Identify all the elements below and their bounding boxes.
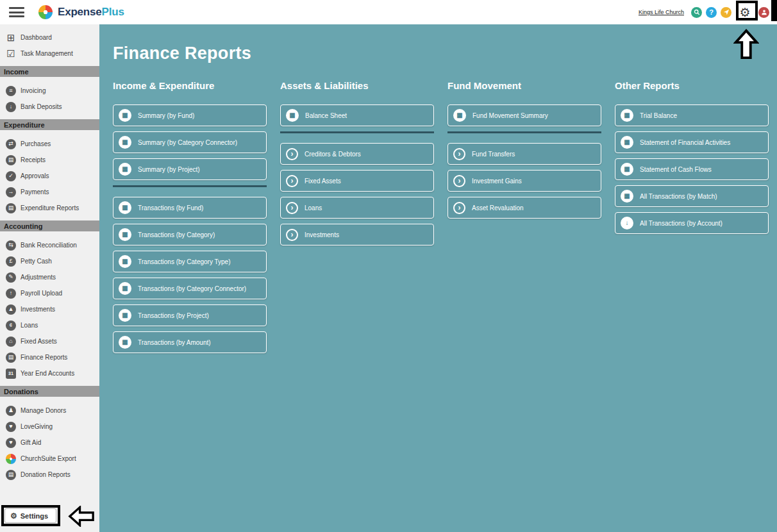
- report-icon: ▦: [453, 109, 466, 122]
- report-button-trial-balance[interactable]: ▦Trial Balance: [615, 104, 769, 126]
- report-button-label: All Transactions (by Account): [640, 220, 723, 227]
- sidebar-item-invoicing[interactable]: ≡Invoicing: [0, 83, 99, 99]
- payroll-upload-icon: ↑: [6, 288, 16, 299]
- sidebar-item-donation-reports[interactable]: ▤Donation Reports: [0, 467, 99, 483]
- report-button-fixed-assets[interactable]: ›Fixed Assets: [280, 170, 434, 192]
- sidebar-item-investments[interactable]: ▲Investments: [0, 301, 99, 317]
- report-button-loans[interactable]: ›Loans: [280, 197, 434, 219]
- sidebar-section-donations: Donations: [0, 386, 99, 397]
- report-button-transactions-by-category-type[interactable]: ▦Transactions (by Category Type): [113, 251, 267, 272]
- report-button-label: Fixed Assets: [305, 178, 341, 185]
- report-button-label: Creditors & Debtors: [305, 151, 361, 158]
- sidebar-item-task-management[interactable]: ☑Task Management: [0, 46, 99, 62]
- sidebar-section-income: Income: [0, 66, 99, 77]
- sidebar-item-receipts[interactable]: ▤Receipts: [0, 152, 99, 168]
- report-button-asset-revaluation[interactable]: ›Asset Revaluation: [447, 197, 601, 219]
- sidebar-item-fixed-assets[interactable]: ⌂Fixed Assets: [0, 333, 99, 349]
- menu-icon[interactable]: [9, 7, 24, 17]
- sidebar-item-label: Task Management: [21, 50, 73, 57]
- report-button-all-transactions-by-match[interactable]: ▦All Transactions (by Match): [615, 185, 769, 207]
- chevron-right-icon: ›: [453, 202, 465, 214]
- sidebar-item-lovegiving[interactable]: ♥LoveGiving: [0, 419, 99, 435]
- sidebar-item-label: Invoicing: [21, 87, 46, 94]
- download-icon: ↓: [621, 217, 633, 229]
- sidebar-item-payroll-upload[interactable]: ↑Payroll Upload: [0, 285, 99, 301]
- report-button-all-transactions-by-account[interactable]: ↓All Transactions (by Account): [615, 212, 769, 234]
- report-button-transactions-by-category-connector[interactable]: ▦Transactions (by Category Connector): [113, 278, 267, 299]
- sidebar-item-year-end-accounts[interactable]: 31Year End Accounts: [0, 365, 99, 381]
- gift-aid-icon: ♥: [6, 438, 16, 448]
- search-icon[interactable]: [691, 7, 702, 18]
- sidebar-item-loans[interactable]: ¢Loans: [0, 317, 99, 333]
- report-button-investment-gains[interactable]: ›Investment Gains: [447, 170, 601, 192]
- sidebar-item-bank-reconciliation[interactable]: ⇆Bank Reconciliation: [0, 237, 99, 253]
- help-icon[interactable]: ?: [706, 7, 717, 18]
- report-button-transactions-by-fund[interactable]: ▦Transactions (by Fund): [113, 197, 267, 219]
- report-button-label: Investments: [305, 231, 339, 238]
- report-button-label: All Transactions (by Match): [640, 193, 717, 200]
- sidebar-section-accounting: Accounting: [0, 220, 99, 231]
- report-column-other-reports: Other Reports▦Trial Balance▦Statement of…: [615, 80, 769, 239]
- sidebar: ⊞Dashboard☑Task ManagementIncome≡Invoici…: [0, 24, 99, 532]
- sidebar-item-label: Fixed Assets: [21, 338, 57, 345]
- sidebar-item-churchsuite-export[interactable]: ChurchSuite Export: [0, 451, 99, 467]
- expenseplus-logo[interactable]: ExpensePlus: [38, 5, 124, 19]
- report-button-balance-sheet[interactable]: ▦Balance Sheet: [280, 104, 434, 126]
- sidebar-item-adjustments[interactable]: ✎Adjustments: [0, 269, 99, 285]
- sidebar-item-approvals[interactable]: ✓Approvals: [0, 168, 99, 184]
- report-button-transactions-by-category[interactable]: ▦Transactions (by Category): [113, 224, 267, 245]
- sidebar-item-dashboard[interactable]: ⊞Dashboard: [0, 29, 99, 46]
- sidebar-item-expenditure-reports[interactable]: ▤Expenditure Reports: [0, 200, 99, 216]
- report-button-fund-movement-summary[interactable]: ▦Fund Movement Summary: [447, 104, 601, 126]
- report-button-transactions-by-amount[interactable]: ▦Transactions (by Amount): [113, 331, 267, 353]
- sidebar-item-purchases[interactable]: ⇄Purchases: [0, 136, 99, 152]
- column-header: Income & Expenditure: [113, 80, 267, 91]
- report-button-summary-by-category-connector[interactable]: ▦Summary (by Category Connector): [113, 131, 267, 153]
- report-icon: ▦: [119, 136, 131, 149]
- sidebar-item-label: Year End Accounts: [21, 370, 74, 377]
- sidebar-item-payments[interactable]: →Payments: [0, 184, 99, 200]
- invoicing-icon: ≡: [6, 86, 16, 96]
- report-button-statement-of-cash-flows[interactable]: ▦Statement of Cash Flows: [615, 158, 769, 180]
- expenditure-reports-icon: ▤: [6, 203, 16, 213]
- sidebar-item-finance-reports[interactable]: ▤Finance Reports: [0, 349, 99, 365]
- sidebar-item-label: Bank Deposits: [21, 103, 62, 110]
- chevron-right-icon: ›: [286, 202, 298, 214]
- group-divider: [113, 185, 267, 187]
- report-button-statement-of-financial-activities[interactable]: ▦Statement of Financial Activities: [615, 131, 769, 153]
- report-button-summary-by-fund[interactable]: ▦Summary (by Fund): [113, 104, 267, 126]
- sidebar-item-label: Receipts: [21, 156, 46, 163]
- sidebar-item-petty-cash[interactable]: £Petty Cash: [0, 253, 99, 269]
- report-button-summary-by-project[interactable]: ▦Summary (by Project): [113, 158, 267, 180]
- report-button-label: Summary (by Project): [138, 166, 200, 173]
- report-icon: ▦: [119, 163, 131, 176]
- sidebar-item-label: Approvals: [21, 172, 49, 179]
- receipts-icon: ▤: [6, 155, 16, 165]
- report-icon: ▦: [119, 109, 131, 122]
- page-title: Finance Reports: [113, 44, 777, 63]
- sidebar-item-bank-deposits[interactable]: ↓Bank Deposits: [0, 99, 99, 115]
- sidebar-item-label: Dashboard: [21, 34, 52, 41]
- annotation-edge-bar: [771, 0, 777, 21]
- adjustments-icon: ✎: [6, 272, 16, 283]
- report-button-transactions-by-project[interactable]: ▦Transactions (by Project): [113, 304, 267, 326]
- report-button-investments[interactable]: ›Investments: [280, 224, 434, 245]
- manage-donors-icon: ♟: [6, 406, 16, 416]
- loans-icon: ¢: [6, 320, 16, 331]
- sidebar-item-manage-donors[interactable]: ♟Manage Donors: [0, 403, 99, 419]
- user-icon[interactable]: [758, 7, 769, 18]
- report-button-creditors-debtors[interactable]: ›Creditors & Debtors: [280, 143, 434, 165]
- sidebar-item-label: Donation Reports: [21, 471, 71, 478]
- fixed-assets-icon: ⌂: [6, 337, 16, 347]
- purchases-icon: ⇄: [6, 139, 16, 149]
- bank-deposits-icon: ↓: [6, 102, 16, 112]
- report-button-label: Transactions (by Category): [138, 231, 215, 238]
- annotation-highlight-gear: [736, 1, 758, 21]
- report-button-fund-transfers[interactable]: ›Fund Transfers: [447, 143, 601, 165]
- report-icon: ▦: [621, 190, 633, 203]
- report-icon: ▦: [621, 109, 633, 122]
- sidebar-item-gift-aid[interactable]: ♥Gift Aid: [0, 435, 99, 451]
- organisation-link[interactable]: Kings Life Church: [639, 9, 684, 15]
- chevron-right-icon: ›: [286, 148, 298, 160]
- send-icon[interactable]: [721, 7, 731, 18]
